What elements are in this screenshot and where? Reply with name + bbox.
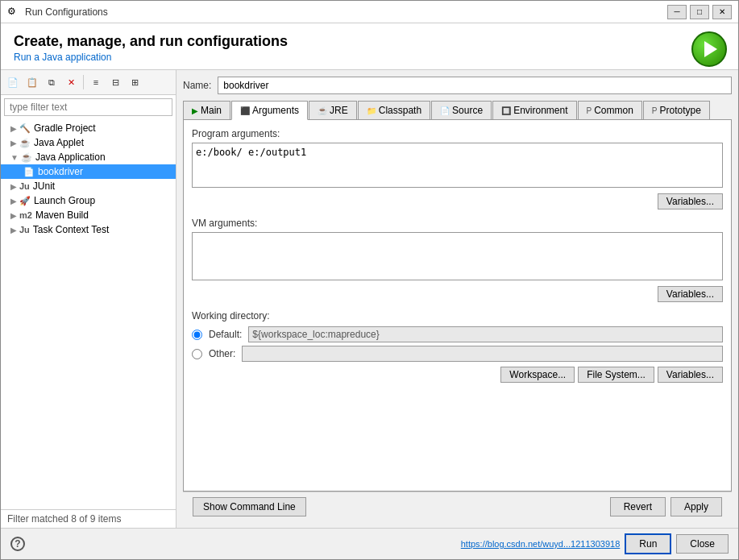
sidebar-item-bookdriver[interactable]: 📄 bookdriver — [1, 164, 176, 179]
classpath-tab-icon: 📁 — [367, 106, 376, 115]
sidebar-item-label: Java Applet — [34, 137, 84, 148]
delete-button[interactable]: ✕ — [62, 73, 80, 91]
default-radio-label: Default: — [209, 329, 242, 340]
gradle-icon: 🔨 — [19, 123, 31, 134]
window-icon: ⚙ — [7, 6, 20, 19]
tab-jre[interactable]: ☕ JRE — [309, 101, 357, 119]
working-directory-section: Working directory: Default: Other: Works… — [192, 310, 723, 383]
program-args-textarea[interactable] — [192, 143, 723, 188]
java-applet-icon: ☕ — [19, 138, 31, 148]
filter-status: Filter matched 8 of 9 items — [7, 513, 121, 525]
run-button[interactable]: Run — [625, 533, 671, 554]
tab-source-label: Source — [452, 105, 483, 116]
workspace-button[interactable]: Workspace... — [500, 367, 575, 383]
program-args-container — [192, 143, 723, 190]
page-title: Create, manage, and run configurations — [14, 33, 682, 50]
expand-arrow-icon: ▶ — [10, 139, 17, 147]
vm-args-container — [192, 232, 723, 283]
close-button[interactable]: Close — [676, 534, 729, 554]
tab-source[interactable]: 📄 Source — [431, 101, 492, 119]
working-dir-label: Working directory: — [192, 310, 723, 321]
tab-arguments[interactable]: ⬛ Arguments — [231, 101, 308, 120]
name-row: Name: — [183, 77, 732, 94]
sidebar: 📄 📋 ⧉ ✕ ≡ ⊟ ⊞ ▶ 🔨 Gradle Proje — [1, 70, 176, 528]
bookdriver-icon: 📄 — [23, 167, 35, 177]
filter-button[interactable]: ≡ — [87, 73, 105, 91]
sidebar-item-launch-group[interactable]: ▶ 🚀 Launch Group — [1, 193, 176, 208]
dir-buttons-row: Workspace... File System... Variables... — [192, 367, 723, 383]
vm-args-section: VM arguments: Variables... — [192, 218, 723, 302]
header-subtitle[interactable]: Run a Java application — [14, 52, 682, 63]
expand-arrow-icon: ▶ — [10, 211, 17, 220]
config-name-input[interactable] — [218, 77, 732, 94]
tab-classpath-label: Classpath — [379, 105, 421, 116]
sidebar-item-java-application[interactable]: ▼ ☕ Java Application — [1, 150, 176, 164]
program-args-variables-button[interactable]: Variables... — [658, 193, 723, 209]
sidebar-item-task-context[interactable]: ▶ Ju Task Context Test — [1, 222, 176, 237]
maximize-button[interactable]: □ — [690, 5, 709, 19]
action-bar: Show Command Line Revert Apply — [183, 492, 732, 521]
titlebar: ⚙ Run Configurations ─ □ ✕ — [1, 1, 738, 23]
sidebar-item-label: Java Application — [35, 151, 106, 163]
name-label: Name: — [183, 80, 211, 91]
expand-button[interactable]: ⊞ — [126, 73, 143, 91]
vm-args-textarea[interactable] — [192, 232, 723, 280]
expand-arrow-icon: ▶ — [10, 182, 17, 191]
tab-arguments-label: Arguments — [252, 105, 299, 116]
run-circle-button[interactable] — [691, 31, 727, 67]
minimize-button[interactable]: ─ — [667, 5, 687, 19]
show-command-line-button[interactable]: Show Command Line — [193, 497, 306, 516]
duplicate-button[interactable]: ⧉ — [43, 73, 60, 91]
window-controls: ─ □ ✕ — [667, 5, 732, 19]
run-configurations-window: ⚙ Run Configurations ─ □ ✕ Create, manag… — [0, 0, 739, 560]
help-icon-button[interactable]: ? — [10, 537, 25, 551]
new-proto-button[interactable]: 📋 — [23, 73, 41, 91]
filter-container — [1, 95, 176, 119]
environment-tab-icon: 🔲 — [501, 106, 511, 115]
tab-classpath[interactable]: 📁 Classpath — [358, 101, 430, 119]
filesystem-button[interactable]: File System... — [578, 367, 654, 383]
vm-args-variables-row: Variables... — [192, 286, 723, 302]
expand-arrow-icon: ▶ — [10, 124, 17, 133]
main-tab-icon: ▶ — [192, 106, 198, 115]
header: Create, manage, and run configurations R… — [1, 23, 738, 70]
sidebar-item-maven-build[interactable]: ▶ m2 Maven Build — [1, 208, 176, 222]
tab-jre-label: JRE — [330, 105, 348, 116]
default-radio[interactable] — [192, 330, 202, 340]
other-dir-input[interactable] — [242, 346, 723, 362]
default-dir-input[interactable] — [248, 326, 723, 342]
task-context-icon: Ju — [19, 225, 30, 234]
variables-dir-button[interactable]: Variables... — [658, 367, 723, 383]
tab-prototype[interactable]: P Prototype — [643, 101, 710, 119]
vm-args-variables-button[interactable]: Variables... — [658, 286, 723, 302]
tab-environment[interactable]: 🔲 Environment — [492, 101, 576, 119]
filter-input[interactable] — [4, 98, 172, 116]
sidebar-item-label: Maven Build — [35, 209, 89, 221]
other-radio[interactable] — [192, 349, 202, 359]
collapse-button[interactable]: ⊟ — [106, 73, 124, 91]
sidebar-item-junit[interactable]: ▶ Ju JUnit — [1, 179, 176, 193]
vm-args-label: VM arguments: — [192, 218, 723, 229]
tab-main[interactable]: ▶ Main — [183, 101, 230, 119]
run-triangle-icon — [704, 41, 717, 57]
close-window-button[interactable]: ✕ — [712, 5, 732, 19]
launch-group-icon: 🚀 — [19, 196, 31, 206]
status-url[interactable]: https://blog.csdn.net/wuyd...1211303918 — [461, 539, 621, 549]
question-mark-icon: ? — [15, 538, 20, 550]
sidebar-item-java-applet[interactable]: ▶ ☕ Java Applet — [1, 135, 176, 150]
help-container: ? — [10, 537, 456, 551]
revert-button[interactable]: Revert — [610, 497, 666, 516]
jre-tab-icon: ☕ — [318, 106, 327, 115]
window-title: Run Configurations — [25, 6, 667, 18]
main-panel: Name: ▶ Main ⬛ Arguments ☕ JRE 📁 — [176, 70, 738, 528]
apply-button[interactable]: Apply — [670, 497, 722, 516]
program-args-label: Program arguments: — [192, 128, 723, 139]
new-config-button[interactable]: 📄 — [4, 73, 22, 91]
main-content: 📄 📋 ⧉ ✕ ≡ ⊟ ⊞ ▶ 🔨 Gradle Proje — [1, 70, 738, 528]
toolbar-separator — [83, 75, 84, 89]
source-tab-icon: 📄 — [440, 106, 450, 115]
sidebar-item-gradle[interactable]: ▶ 🔨 Gradle Project — [1, 121, 176, 135]
tab-content-area: Program arguments: Variables... VM argum… — [183, 120, 732, 492]
configuration-tree: ▶ 🔨 Gradle Project ▶ ☕ Java Applet ▼ ☕ J… — [1, 119, 176, 509]
tab-common[interactable]: P Common — [578, 101, 642, 119]
